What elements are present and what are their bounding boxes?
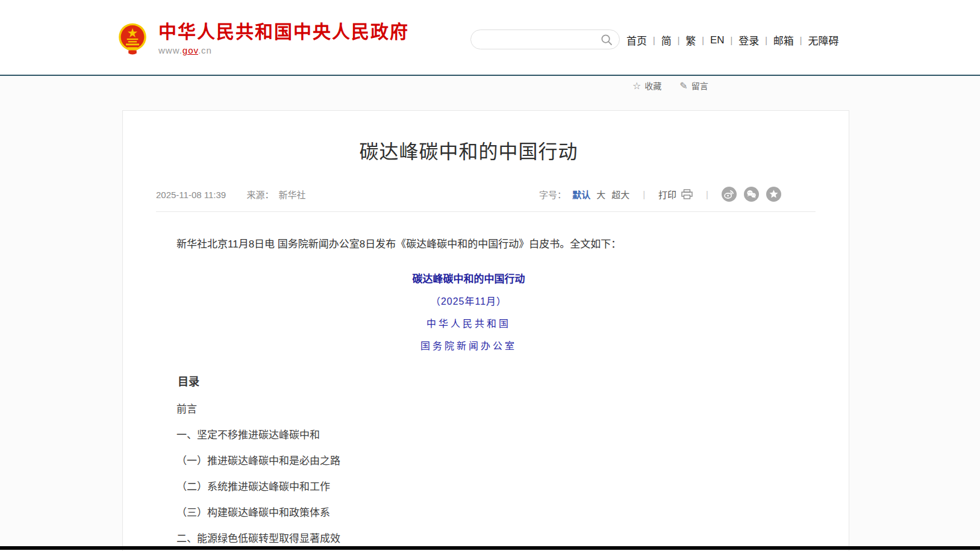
nav-home[interactable]: 首页	[626, 33, 647, 48]
url-core: gov	[183, 45, 198, 55]
nav-english[interactable]: EN	[710, 34, 725, 46]
nav-divider: |	[765, 36, 767, 45]
article-meta: 2025-11-08 11:39 来源： 新华社	[156, 188, 306, 201]
nav-accessibility[interactable]: 无障碍	[808, 33, 838, 48]
article-card: 碳达峰碳中和的中国行动 2025-11-08 11:39 来源： 新华社 字号：…	[122, 110, 849, 551]
comment-button[interactable]: ✎ 留言	[679, 79, 708, 92]
doc-org-line1: 中华人民共和国	[156, 316, 781, 330]
toc-item: 二、能源绿色低碳转型取得显著成效	[156, 534, 781, 544]
site-url: www.gov.cn	[158, 45, 409, 55]
url-prefix: www.	[158, 45, 183, 55]
meta-separator	[156, 211, 816, 212]
bottom-edge-bar	[0, 546, 980, 550]
doc-title: 碳达峰碳中和的中国行动	[156, 270, 781, 285]
page-area: ☆ 收藏 ✎ 留言 碳达峰碳中和的中国行动 2025-11-08 11:39 来…	[0, 76, 980, 551]
nav-divider: |	[653, 36, 655, 45]
nav-divider: |	[678, 36, 680, 45]
qzone-share-icon[interactable]	[766, 187, 781, 202]
nav-login[interactable]: 登录	[738, 33, 759, 48]
doc-date: （2025年11月）	[156, 293, 781, 308]
print-label: 打印	[658, 188, 676, 201]
toc-item: 前言	[156, 404, 781, 414]
font-size-xlarge[interactable]: 超大	[611, 188, 629, 201]
tools-divider: |	[706, 189, 708, 199]
font-size-large[interactable]: 大	[596, 188, 605, 201]
article-meta-row: 2025-11-08 11:39 来源： 新华社 字号： 默认 大 超大 | 打…	[156, 187, 781, 202]
toc-item: （三）构建碳达峰碳中和政策体系	[156, 508, 781, 518]
search-box[interactable]	[470, 30, 620, 49]
top-nav: 首页 | 简 | 繁 | EN | 登录 | 邮箱 | 无障碍	[626, 33, 838, 48]
nav-divider: |	[800, 36, 802, 45]
printer-icon	[681, 189, 693, 199]
comment-label: 留言	[691, 79, 708, 92]
nav-traditional[interactable]: 繁	[685, 33, 696, 48]
search-icon[interactable]	[601, 34, 613, 46]
doc-heading-block: 碳达峰碳中和的中国行动 （2025年11月） 中华人民共和国 国务院新闻办公室	[156, 270, 781, 352]
site-header: 中华人民共和国中央人民政府 www.gov.cn 首页 | 简 | 繁 | EN…	[0, 0, 980, 75]
page-title: 碳达峰碳中和的中国行动	[156, 136, 781, 164]
toc-item: （二）系统推进碳达峰碳中和工作	[156, 482, 781, 492]
font-size-default[interactable]: 默认	[572, 188, 590, 201]
share-group	[722, 187, 781, 202]
doc-org-line2: 国务院新闻办公室	[156, 338, 781, 352]
article-intro: 新华社北京11月8日电 国务院新闻办公室8日发布《碳达峰碳中和的中国行动》白皮书…	[156, 236, 781, 252]
source-label: 来源：	[246, 190, 273, 200]
nav-simplified[interactable]: 简	[661, 33, 672, 48]
publish-date: 2025-11-08 11:39	[156, 190, 226, 200]
favorite-label: 收藏	[644, 79, 661, 92]
pencil-icon: ✎	[679, 80, 687, 92]
wechat-share-icon[interactable]	[744, 187, 759, 202]
nav-mail[interactable]: 邮箱	[773, 33, 794, 48]
toc-item: 一、坚定不移推进碳达峰碳中和	[156, 430, 781, 440]
source-value: 新华社	[279, 190, 306, 200]
tools-divider: |	[643, 189, 645, 199]
national-emblem-icon	[116, 22, 149, 55]
font-size-label: 字号：	[539, 188, 566, 201]
url-suffix: .cn	[198, 45, 212, 55]
site-title: 中华人民共和国中央人民政府	[158, 22, 409, 43]
site-text-block: 中华人民共和国中央人民政府 www.gov.cn	[158, 22, 409, 55]
nav-divider: |	[702, 36, 704, 45]
article-tools: 字号： 默认 大 超大 | 打印 |	[539, 187, 781, 202]
star-icon: ☆	[632, 80, 641, 92]
site-logo[interactable]: 中华人民共和国中央人民政府 www.gov.cn	[116, 22, 409, 55]
quick-actions: ☆ 收藏 ✎ 留言	[632, 79, 708, 92]
toc-item: （一）推进碳达峰碳中和是必由之路	[156, 456, 781, 466]
weibo-share-icon[interactable]	[722, 187, 737, 202]
toc-heading: 目录	[156, 373, 781, 388]
print-button[interactable]: 打印	[658, 188, 693, 201]
favorite-button[interactable]: ☆ 收藏	[632, 79, 661, 92]
nav-divider: |	[731, 36, 733, 45]
search-input[interactable]	[471, 30, 619, 49]
